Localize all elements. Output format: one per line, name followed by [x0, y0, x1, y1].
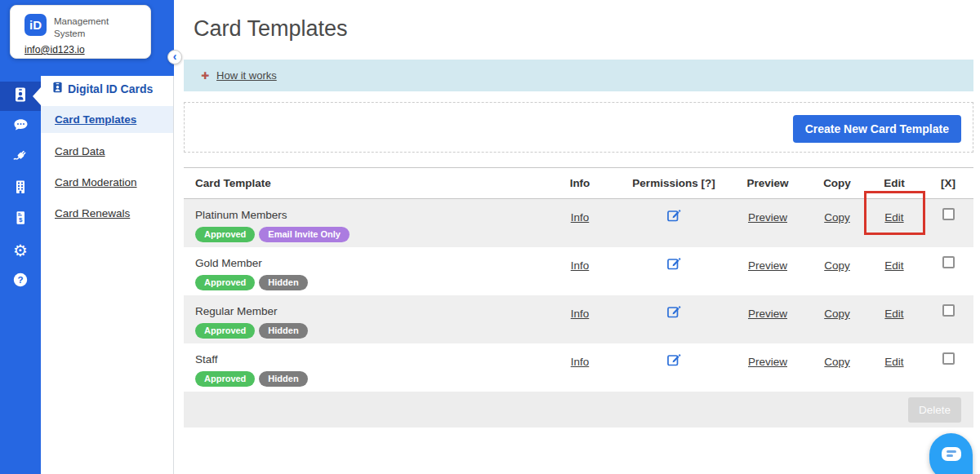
active-item-notch [33, 87, 41, 105]
sidebar-item-card-templates[interactable]: Card Templates [41, 106, 173, 133]
status-badge: Email Invite Only [259, 227, 350, 242]
template-name: Staff [195, 353, 539, 365]
edit-link[interactable]: Edit [884, 356, 903, 368]
template-name: Gold Member [195, 257, 539, 269]
account-email-link[interactable]: info@id123.io [24, 44, 85, 55]
preview-link[interactable]: Preview [748, 356, 787, 368]
status-badge: Approved [195, 227, 255, 242]
logo-text: iD [29, 18, 42, 32]
svg-text:?: ? [17, 275, 23, 285]
status-badge: Hidden [259, 275, 307, 290]
rail-item-billing[interactable]: $ [0, 204, 41, 235]
billing-document-icon: $ [12, 210, 29, 229]
sidebar-item-card-renewals[interactable]: Card Renewals [41, 197, 173, 228]
card-templates-table: Card Template Info Permissions [?] Previ… [184, 167, 973, 427]
info-link[interactable]: Info [571, 308, 590, 320]
icon-rail: $ ⚙ ? [0, 0, 41, 474]
sidebar-item-label: Card Moderation [55, 176, 137, 188]
table-row: Regular Member Approved Hidden Info Prev… [184, 295, 973, 343]
preview-link[interactable]: Preview [748, 308, 787, 320]
help-icon: ? [12, 272, 29, 291]
sidebar-item-label: Card Renewals [55, 207, 130, 219]
row-checkbox[interactable] [942, 304, 955, 317]
rail-item-help[interactable]: ? [0, 266, 41, 297]
how-it-works-bar: ✚ How it works [184, 60, 973, 91]
sidebar-heading-label: Digital ID Cards [68, 82, 153, 95]
sidebar-item-label: Card Templates [55, 113, 136, 126]
row-checkbox[interactable] [942, 352, 955, 365]
column-header-edit: Edit [866, 168, 923, 198]
building-icon [12, 179, 29, 198]
row-checkbox[interactable] [942, 208, 955, 220]
status-badge: Approved [195, 323, 255, 339]
main-content: Card Templates ✚ How it works Create New… [174, 0, 980, 474]
template-name: Regular Member [195, 305, 539, 317]
column-header-preview: Preview [727, 168, 808, 198]
table-row: Platinum Members Approved Email Invite O… [184, 199, 973, 247]
column-header-select: [X] [923, 168, 973, 198]
create-new-card-template-button[interactable]: Create New Card Template [793, 115, 961, 143]
svg-text:$: $ [19, 216, 23, 224]
info-link[interactable]: Info [571, 356, 590, 368]
column-header-card-template: Card Template [184, 168, 539, 198]
sidebar-heading: Digital ID Cards [41, 82, 173, 95]
copy-link[interactable]: Copy [824, 211, 850, 224]
chevron-left-icon: ‹ [173, 51, 177, 62]
info-link[interactable]: Info [571, 211, 590, 224]
logo-card: iD Management System info@id123.io [10, 5, 151, 59]
delete-button[interactable]: Delete [908, 397, 961, 423]
status-badge: Approved [195, 371, 255, 387]
sidebar-item-card-moderation[interactable]: Card Moderation [41, 166, 173, 197]
sidebar-collapse-button[interactable]: ‹ [167, 50, 182, 64]
rail-item-settings[interactable]: ⚙ [0, 235, 41, 266]
column-header-permissions: Permissions [?] [621, 168, 727, 198]
chat-launcher-button[interactable] [929, 433, 973, 474]
rail-item-organization[interactable] [0, 173, 41, 204]
rail-item-integrations[interactable] [0, 142, 41, 173]
id-card-icon [12, 86, 29, 106]
copy-link[interactable]: Copy [824, 356, 850, 368]
page: $ ⚙ ? Digital ID Cards Card Templates [0, 0, 980, 474]
sidebar-item-label: Card Data [55, 145, 105, 157]
copy-link[interactable]: Copy [824, 259, 850, 272]
plus-cross-icon: ✚ [201, 71, 209, 81]
table-header-row: Card Template Info Permissions [?] Previ… [184, 167, 973, 199]
table-footer-row: Delete [184, 392, 973, 427]
create-template-panel: Create New Card Template [184, 102, 973, 153]
chat-bubble-icon [12, 117, 29, 136]
rail-item-messages[interactable] [0, 111, 41, 142]
chat-bubble-icon [942, 447, 961, 461]
preview-link[interactable]: Preview [748, 259, 787, 272]
edit-link[interactable]: Edit [884, 259, 903, 272]
mini-id-card-icon [52, 82, 63, 95]
edit-link[interactable]: Edit [884, 308, 903, 320]
status-badge: Hidden [259, 323, 307, 339]
row-checkbox[interactable] [942, 256, 955, 268]
copy-link[interactable]: Copy [824, 308, 850, 320]
column-header-info: Info [539, 168, 621, 198]
info-link[interactable]: Info [571, 259, 590, 272]
preview-link[interactable]: Preview [748, 211, 787, 224]
id123-logo: iD [24, 14, 47, 36]
status-badge: Approved [195, 275, 255, 290]
status-badge: Hidden [259, 371, 307, 387]
permissions-edit-icon[interactable] [666, 256, 681, 274]
how-it-works-link[interactable]: How it works [216, 69, 277, 82]
brand-name: Management System [54, 14, 109, 40]
column-header-copy: Copy [808, 168, 866, 198]
edit-link[interactable]: Edit [884, 211, 903, 224]
sidebar-item-card-data[interactable]: Card Data [41, 135, 173, 166]
permissions-edit-icon[interactable] [666, 304, 681, 322]
table-row: Gold Member Approved Hidden Info Preview… [184, 247, 973, 295]
gear-icon: ⚙ [13, 242, 28, 259]
page-title: Card Templates [194, 16, 973, 42]
template-name: Platinum Members [195, 209, 539, 221]
plug-icon [12, 148, 29, 167]
table-row: Staff Approved Hidden Info Preview Copy … [184, 343, 973, 392]
permissions-edit-icon[interactable] [666, 208, 681, 226]
permissions-edit-icon[interactable] [666, 352, 681, 370]
